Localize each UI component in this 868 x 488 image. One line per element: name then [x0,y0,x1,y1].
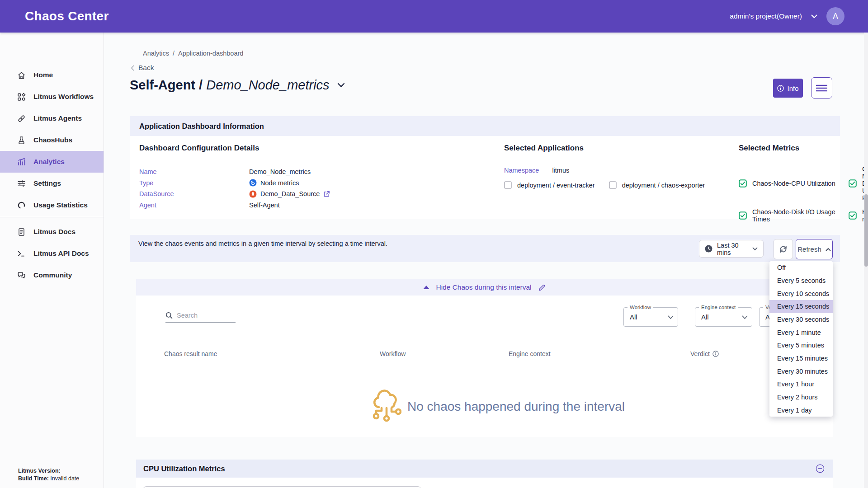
refresh-option-every-10-seconds[interactable]: Every 10 seconds [769,287,833,300]
page-scrollbar[interactable] [864,33,868,488]
refresh-option-every-5-minutes[interactable]: Every 5 minutes [769,339,833,352]
time-range-selector[interactable]: Last 30 mins [699,240,764,258]
refresh-now-button[interactable] [774,239,793,259]
sidebar-item-label: Usage Statistics [33,201,88,209]
home-icon [17,70,26,80]
hamburger-icon [816,84,827,92]
sidebar-item-analytics[interactable]: Analytics [0,151,104,173]
cpu-panel-top-edge [143,486,421,488]
app-title: Chaos Center [25,9,109,23]
refresh-option-every-2-hours[interactable]: Every 2 hours [769,391,833,404]
refresh-icon [778,244,788,254]
column-header-label: Verdict [690,350,710,357]
search-input[interactable] [177,312,230,319]
sidebar-item-litmus-api-docs[interactable]: Litmus API Docs [0,243,104,264]
engine-context-filter-select[interactable]: Engine context All [695,307,752,327]
breadcrumb-current-page: Application-dashboard [178,50,243,57]
dashboard-name: Demo_Node_metrics [206,78,329,92]
sidebar-item-settings[interactable]: Settings [0,173,104,194]
title-chevron-down-icon[interactable] [337,83,345,88]
filter-label: Workflow [627,305,653,310]
hide-chaos-label: Hide Chaos during this interval [436,283,531,291]
sidebar-item-home[interactable]: Home [0,64,104,86]
name-label: Name [139,168,249,175]
card-header: Application Dashboard Information [130,116,840,136]
checked-checkbox-icon [739,211,747,220]
refresh-option-every-5-seconds[interactable]: Every 5 seconds [769,274,833,287]
refresh-option-every-15-minutes[interactable]: Every 15 minutes [769,352,833,365]
refresh-option-every-30-seconds[interactable]: Every 30 seconds [769,313,833,326]
version-info: Litmus Version: Build Time: Invalid date [18,467,79,483]
sidebar-item-label: Litmus API Docs [33,249,89,258]
info-icon [777,85,784,92]
external-link-icon[interactable] [323,191,330,197]
search-box [165,312,236,323]
section-title: Selected Applications [504,136,705,153]
checkbox-label: deployment / event-tracker [517,182,595,189]
sidebar-item-community[interactable]: Community [0,264,104,286]
chevron-down-icon[interactable] [811,14,817,19]
metric-checkbox-cpu-utilization[interactable]: Chaos-Node-CPU Utilization [739,165,849,202]
empty-state-message: No chaos happened during the interval [407,399,625,414]
sidebar-item-label: Community [33,271,72,279]
back-button[interactable]: Back [131,64,154,72]
refresh-option-every-1-minute[interactable]: Every 1 minute [769,326,833,339]
refresh-option-every-15-seconds[interactable]: Every 15 seconds [769,300,833,313]
sidebar-item-litmus-docs[interactable]: Litmus Docs [0,221,104,243]
chevron-down-icon [752,247,758,251]
collapse-triangle-icon [423,286,429,289]
application-dashboard-information-card: Application Dashboard Information Dashbo… [130,116,840,219]
node-metrics-icon [249,179,257,187]
api-docs-icon [17,249,26,258]
time-interval-bar: View the chaos events and metrics in a g… [130,235,840,262]
usage-statistics-icon [17,201,26,210]
sidebar-item-litmus-agents[interactable]: Litmus Agents [0,108,104,129]
hide-chaos-toggle[interactable]: Hide Chaos during this interval [136,279,833,296]
dashboard-configuration-details: Dashboard Configuration Details Name Dem… [139,136,330,211]
sidebar: Home Litmus Workflows Litmus Agents Chao… [0,33,104,488]
sidebar-item-chaoshubs[interactable]: ChaosHubs [0,129,104,151]
breadcrumb-analytics[interactable]: Analytics [143,50,169,57]
edit-pencil-icon[interactable] [538,284,546,291]
top-bar: Chaos Center admin's project(Owner) A [0,0,868,33]
namespace-value: litmus [552,167,569,174]
sidebar-divider [0,217,104,217]
collapse-minus-icon[interactable] [816,464,825,473]
sidebar-item-litmus-workflows[interactable]: Litmus Workflows [0,86,104,108]
datasource-label: DataSource [139,190,249,197]
refresh-option-off[interactable]: Off [769,261,833,274]
metric-checkbox-disk-io-times[interactable]: Chaos-Node-Disk I/O Usage Times [739,208,849,223]
project-selector-label[interactable]: admin's project(Owner) [730,12,802,20]
avatar[interactable]: A [826,7,844,25]
refresh-option-every-30-minutes[interactable]: Every 30 minutes [769,365,833,378]
chevron-down-icon [742,315,748,319]
selected-applications: Selected Applications Namespace litmus d… [504,136,705,189]
dashboard-options-button[interactable] [811,77,832,99]
verdict-info-icon[interactable] [712,351,719,357]
config-row-type: Type Node metrics [139,178,330,189]
refresh-option-every-1-hour[interactable]: Every 1 hour [769,378,833,391]
refresh-option-every-1-day[interactable]: Every 1 day [769,404,833,417]
settings-icon [17,179,26,188]
agent-value: Self-Agent [249,202,280,209]
sidebar-item-label: Litmus Docs [33,228,75,236]
section-title: Selected Metrics [739,136,868,153]
refresh-rate-dropdown-button[interactable]: Refresh [796,239,833,259]
refresh-rate-label: Refresh [797,245,821,253]
checked-checkbox-icon [849,211,857,220]
sidebar-item-usage-statistics[interactable]: Usage Statistics [0,194,104,216]
checkbox-label: Chaos-Node-CPU Utilization [752,180,835,187]
analytics-icon [17,157,26,167]
checked-checkbox-icon [849,179,857,188]
cpu-utilization-section-header: CPU Utilization Metrics [136,460,833,478]
application-checkbox-event-tracker[interactable]: deployment / event-tracker [504,181,595,189]
sidebar-item-label: Analytics [33,158,65,166]
info-button[interactable]: Info [773,79,803,98]
config-row-datasource: DataSource Demo_Data_Source [139,188,330,200]
sidebar-item-label: Litmus Workflows [33,93,94,101]
build-time-label: Build Time: [18,475,49,482]
scrollbar-thumb[interactable] [864,194,868,267]
workflow-filter-select[interactable]: Workflow All [623,307,678,327]
application-checkbox-chaos-exporter[interactable]: deployment / chaos-exporter [609,181,705,189]
version-label: Litmus Version: [18,468,61,474]
